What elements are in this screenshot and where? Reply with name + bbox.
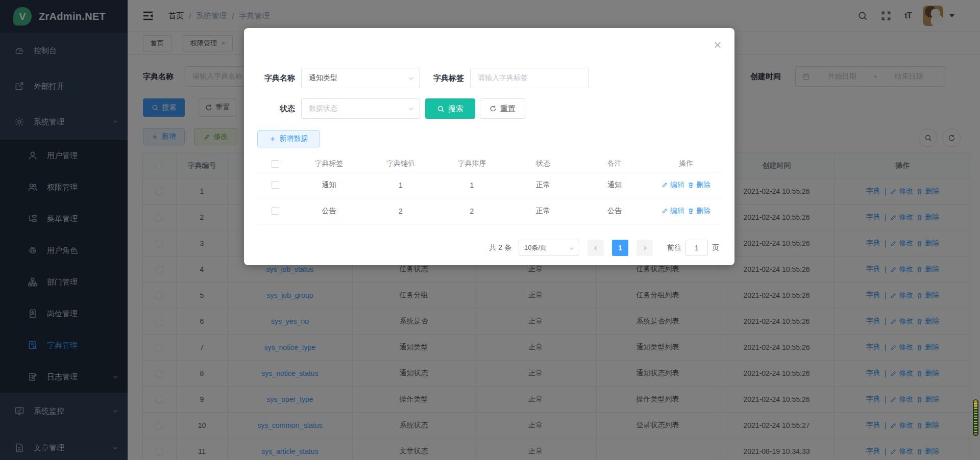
scrollbar-thumb[interactable]	[973, 399, 978, 436]
dialog-dict-value-cell: 1	[365, 172, 436, 198]
dialog-col-label: 字典标签	[293, 156, 365, 172]
dialog-row-edit-link[interactable]: 编辑	[662, 207, 684, 216]
plus-icon	[270, 136, 276, 142]
dialog-col-status: 状态	[507, 156, 579, 172]
trash-icon	[688, 182, 694, 188]
dialog-col-value: 字典键值	[365, 156, 436, 172]
chevron-down-icon	[408, 106, 414, 112]
dialog-dict-remark-cell: 通知	[579, 172, 650, 198]
dialog-status-select[interactable]: 数据状态	[301, 98, 420, 119]
dialog-table-row: 通知 1 1 正常 通知 编辑	[257, 172, 722, 198]
prev-page-button[interactable]	[587, 240, 604, 256]
next-page-button[interactable]	[636, 240, 653, 256]
dialog-col-sort: 字典排序	[436, 156, 507, 172]
dialog-dict-label-cell: 公告	[293, 198, 365, 224]
goto-page-input[interactable]: 1	[685, 240, 708, 256]
dialog-col-op: 操作	[650, 156, 722, 172]
dialog-dict-remark-cell: 公告	[579, 198, 650, 224]
dialog-reset-button[interactable]: 重置	[480, 98, 525, 119]
dialog-dict-sort-cell: 2	[436, 198, 507, 224]
page-size-value: 10条/页	[524, 243, 547, 252]
dialog-dict-name-value: 通知类型	[309, 73, 337, 83]
goto-page-label: 前往	[667, 243, 681, 252]
chevron-down-icon	[569, 245, 575, 251]
dialog-table-row: 公告 2 2 正常 公告 编辑	[257, 198, 722, 224]
dialog-dict-value-cell: 2	[365, 198, 436, 224]
dialog-dict-data-table: 字典标签 字典键值 字典排序 状态 备注 操作 通知 1 1 正常	[257, 156, 722, 224]
chevron-left-icon	[593, 245, 599, 251]
dialog-row-select-cell	[257, 172, 293, 198]
dialog-search-button[interactable]: 搜索	[425, 98, 475, 119]
refresh-icon	[489, 105, 497, 112]
page-number-current[interactable]: 1	[612, 240, 628, 256]
dialog-dict-name-label: 字典名称	[244, 68, 295, 88]
dialog-dict-status-cell: 正常	[507, 198, 579, 224]
chevron-right-icon	[642, 245, 648, 251]
dialog-dict-label-label: 字典标签	[414, 68, 464, 88]
dialog-row-checkbox[interactable]	[272, 207, 279, 215]
dialog-close-icon[interactable]	[713, 40, 722, 49]
dialog-dict-status-cell: 正常	[507, 172, 579, 198]
dialog-row-delete-link[interactable]: 删除	[688, 207, 710, 216]
dialog-row-actions-cell: 编辑 删除	[650, 198, 722, 224]
dialog-row-checkbox[interactable]	[272, 181, 279, 189]
dialog-add-data-button[interactable]: 新增数据	[257, 130, 320, 147]
dialog-select-all-checkbox[interactable]	[272, 160, 279, 168]
dialog-table-header-row: 字典标签 字典键值 字典排序 状态 备注 操作	[257, 156, 722, 172]
dialog-row-edit-link[interactable]: 编辑	[662, 181, 684, 190]
dialog-dict-name-select[interactable]: 通知类型	[301, 68, 420, 88]
pencil-icon	[662, 208, 668, 214]
search-icon	[437, 105, 445, 113]
trash-icon	[688, 208, 694, 214]
dialog-row-actions-cell: 编辑 删除	[650, 172, 722, 198]
dialog-dict-sort-cell: 1	[436, 172, 507, 198]
pencil-icon	[662, 182, 668, 188]
dialog-row-select-cell	[257, 198, 293, 224]
pagination-total: 共 2 条	[489, 243, 511, 252]
dialog-add-data-label: 新增数据	[280, 134, 308, 143]
dialog-col-remark: 备注	[579, 156, 650, 172]
dialog-status-placeholder: 数据状态	[309, 104, 337, 113]
dialog-dict-label-placeholder: 请输入字典标签	[478, 73, 528, 83]
dialog-dict-label-input[interactable]: 请输入字典标签	[470, 68, 589, 88]
dialog-dict-label-cell: 通知	[293, 172, 365, 198]
dialog-search-label: 搜索	[448, 104, 463, 114]
dialog-status-label: 状态	[244, 98, 295, 119]
goto-page-suffix: 页	[712, 243, 719, 252]
app-screen: V ZrAdmin.NET 控制台 外部打开 系统管理	[0, 0, 980, 460]
dict-data-dialog: 字典名称 通知类型 字典标签 请输入字典标签 状态 数据状态 搜索 重置	[244, 28, 734, 265]
dialog-row-delete-link[interactable]: 删除	[688, 181, 710, 190]
dialog-reset-label: 重置	[500, 104, 516, 114]
dialog-select-all-header	[257, 156, 293, 172]
dialog-pagination: 共 2 条 10条/页 1 前往 1 页	[257, 240, 719, 256]
page-size-select[interactable]: 10条/页	[519, 240, 579, 256]
